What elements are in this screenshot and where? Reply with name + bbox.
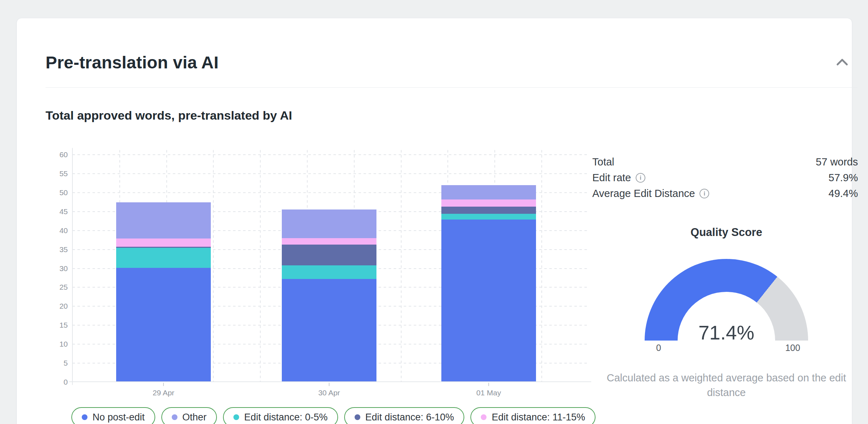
stat-row-total: Total 57 words bbox=[592, 155, 858, 169]
bar-segment-edit-distance-0-5[interactable] bbox=[441, 214, 536, 220]
legend-label: Edit distance: 0-5% bbox=[244, 412, 328, 423]
legend-item-edit-distance-11-15[interactable]: Edit distance: 11-15% bbox=[470, 407, 596, 424]
stacked-bar-chart: 29 Apr30 Apr01 May bbox=[72, 150, 588, 382]
x-tick-label: 30 Apr bbox=[293, 389, 365, 397]
v-gridline bbox=[213, 150, 214, 382]
y-tick-label: 35 bbox=[38, 245, 68, 254]
stat-label: Edit rate i bbox=[592, 172, 645, 184]
x-axis-line bbox=[69, 381, 591, 382]
gauge-caption: Calculated as a weighted average based o… bbox=[594, 371, 859, 400]
y-tick-label: 0 bbox=[38, 378, 68, 386]
x-tick-label: 29 Apr bbox=[128, 389, 199, 397]
stat-label: Total bbox=[592, 156, 614, 168]
stat-value: 49.4% bbox=[829, 188, 858, 199]
y-axis-line bbox=[72, 148, 73, 385]
gauge-max-label: 100 bbox=[778, 343, 807, 353]
h-gridline bbox=[72, 154, 588, 155]
stat-label-text: Total bbox=[592, 156, 614, 168]
y-tick-label: 30 bbox=[38, 264, 68, 273]
bar-segment-edit-distance-6-10[interactable] bbox=[282, 245, 376, 265]
gauge-value: 71.4% bbox=[673, 321, 780, 344]
y-tick-label: 5 bbox=[38, 359, 68, 367]
legend-label: Edit distance: 6-10% bbox=[365, 412, 454, 423]
bar-segment-edit-distance-11-15[interactable] bbox=[116, 238, 211, 247]
stat-row-average-edit-distance: Average Edit Distance i 49.4% bbox=[592, 187, 858, 200]
bar-segment-other[interactable] bbox=[441, 185, 536, 199]
info-icon[interactable]: i bbox=[699, 189, 709, 198]
stat-value: 57 words bbox=[816, 156, 858, 168]
h-gridline bbox=[72, 173, 588, 174]
v-gridline bbox=[401, 150, 402, 382]
v-gridline bbox=[260, 150, 261, 382]
card-title: Pre-translation via AI bbox=[46, 53, 219, 72]
legend-dot bbox=[233, 414, 239, 420]
legend-label: No post-edit bbox=[93, 412, 145, 423]
legend-item-no-post-edit[interactable]: No post-edit bbox=[71, 407, 155, 424]
x-tick bbox=[329, 383, 329, 386]
legend-dot bbox=[481, 414, 487, 420]
y-tick-label: 25 bbox=[38, 283, 68, 292]
y-tick-label: 15 bbox=[38, 321, 68, 329]
stat-value: 57.9% bbox=[829, 172, 858, 184]
page: { "card": { "title": "Pre-translation vi… bbox=[0, 0, 868, 424]
x-tick bbox=[488, 383, 489, 386]
bar-segment-no-post-edit[interactable] bbox=[441, 220, 536, 381]
chevron-up-icon bbox=[836, 58, 848, 66]
legend-label: Other bbox=[182, 412, 207, 423]
x-tick bbox=[163, 383, 164, 386]
legend-dot bbox=[172, 414, 177, 420]
bar-segment-other[interactable] bbox=[116, 202, 211, 238]
v-gridline bbox=[541, 150, 542, 382]
y-axis-labels: 051015202530354045505560 bbox=[38, 150, 68, 382]
bar-segment-edit-distance-11-15[interactable] bbox=[282, 238, 376, 245]
x-tick-label: 01 May bbox=[453, 389, 525, 397]
legend-item-edit-distance-6-10[interactable]: Edit distance: 6-10% bbox=[344, 407, 465, 424]
y-tick-label: 55 bbox=[38, 169, 68, 178]
stat-label-text: Average Edit Distance bbox=[592, 188, 695, 199]
y-tick-label: 60 bbox=[38, 150, 68, 159]
gauge-title: Quality Score bbox=[637, 226, 816, 239]
legend-dot bbox=[355, 414, 360, 420]
y-tick-label: 45 bbox=[38, 207, 68, 216]
stat-label: Average Edit Distance i bbox=[592, 188, 709, 199]
y-tick-label: 10 bbox=[38, 340, 68, 348]
collapse-button[interactable] bbox=[833, 53, 852, 71]
header-divider bbox=[46, 87, 857, 88]
bar-segment-no-post-edit[interactable] bbox=[282, 279, 376, 381]
bar-segment-no-post-edit[interactable] bbox=[116, 268, 211, 382]
stat-row-edit-rate: Edit rate i 57.9% bbox=[592, 171, 858, 184]
y-tick-label: 50 bbox=[38, 188, 68, 197]
bar-segment-edit-distance-6-10[interactable] bbox=[441, 207, 536, 214]
gauge-min-label: 0 bbox=[646, 343, 671, 353]
legend-dot bbox=[82, 414, 87, 420]
bar-segment-edit-distance-11-15[interactable] bbox=[441, 199, 536, 207]
y-tick-label: 40 bbox=[38, 226, 68, 235]
bar-segment-other[interactable] bbox=[282, 209, 376, 238]
legend-item-other[interactable]: Other bbox=[161, 407, 217, 424]
pre-translation-card: Pre-translation via AI Total approved wo… bbox=[16, 18, 852, 424]
bar-segment-edit-distance-0-5[interactable] bbox=[282, 265, 376, 279]
bar-segment-edit-distance-6-10[interactable] bbox=[116, 247, 211, 248]
y-tick-label: 20 bbox=[38, 302, 68, 310]
bar-segment-edit-distance-0-5[interactable] bbox=[116, 248, 211, 268]
chart-legend: No post-editOtherEdit distance: 0-5%Edit… bbox=[71, 407, 596, 424]
chart-section-title: Total approved words, pre-translated by … bbox=[46, 109, 292, 122]
stat-label-text: Edit rate bbox=[592, 172, 631, 184]
legend-label: Edit distance: 11-15% bbox=[492, 412, 585, 423]
info-icon[interactable]: i bbox=[636, 173, 645, 183]
legend-item-edit-distance-0-5[interactable]: Edit distance: 0-5% bbox=[223, 407, 338, 424]
